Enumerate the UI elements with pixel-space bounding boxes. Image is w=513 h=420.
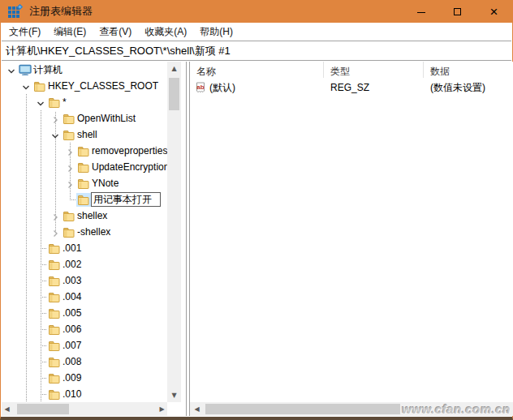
minimize-button[interactable] [403,0,439,23]
menu-item-0[interactable]: 文件(F) [8,24,41,41]
tree-item-label: .005 [63,305,81,321]
column-header-data[interactable]: 数据 [424,62,513,78]
scroll-up-arrow-icon[interactable]: ▲ [167,62,181,75]
chevron-right-icon[interactable] [65,146,75,156]
folder-icon [47,371,62,385]
folder-icon [47,339,62,353]
tree-item-YNote[interactable]: YNote [2,175,167,191]
tree-item-.004[interactable]: .004 [2,289,167,305]
folder-icon [47,242,62,255]
window-title: 注册表编辑器 [29,4,93,19]
values-pane: 名称 类型 数据 ab(默认)REG_SZ(数值未设置) ◀ ▶ www.cfa… [189,62,513,416]
tree-vertical-scrollbar[interactable]: ▲ ▼ [167,62,181,402]
tree-item-UpdateEncryption[interactable]: UpdateEncryption [2,159,167,175]
tree-item-label: .007 [63,337,81,354]
scrollbar-thumb[interactable] [17,404,69,414]
svg-text:ab: ab [196,84,204,91]
tree-item-HKEY_CLASSES_ROOT[interactable]: HKEY_CLASSES_ROOT [2,78,167,94]
tree-guide-stub [70,199,76,200]
menu-item-1[interactable]: 编辑(E) [53,24,87,41]
tree-item-.003[interactable]: .003 [2,272,167,289]
folder-icon [47,96,62,109]
chevron-down-icon[interactable] [50,130,60,139]
folder-icon [76,177,91,191]
tree-item-.001[interactable]: .001 [2,240,167,256]
tree-item-.010[interactable]: .010 [2,386,167,402]
tree-guide-stub [41,313,47,314]
tree-item-OpenWithList[interactable]: OpenWithList [2,110,167,126]
title-bar: 注册表编辑器 × [1,0,512,23]
scroll-down-arrow-icon[interactable]: ▼ [167,388,181,402]
maximize-icon [454,8,461,15]
scroll-left-arrow-icon[interactable]: ◀ [0,402,14,416]
tree-item-removeproperties[interactable]: removeproperties [2,143,167,159]
tree-item-计算机[interactable]: 计算机 [2,62,167,78]
chevron-right-icon[interactable] [50,114,60,123]
tree-guide-stub [41,394,47,395]
tree-item-.002[interactable]: .002 [2,256,167,272]
menu-item-3[interactable]: 收藏夹(A) [144,24,188,41]
maximize-button[interactable] [439,0,476,23]
close-button[interactable]: × [476,0,512,23]
tree-guide-stub [41,345,47,346]
tree-item-label: 计算机 [33,62,63,78]
tree-item--shellex[interactable]: -shellex [2,224,167,240]
folder-icon [47,323,62,336]
tree-item-label: .008 [63,354,81,370]
menu-item-4[interactable]: 帮助(H) [199,24,234,41]
value-data: (数值未设置) [430,79,485,96]
tree-horizontal-scrollbar[interactable]: ◀ ▶ [2,402,167,416]
chevron-right-icon[interactable] [50,227,60,237]
string-value-icon: ab [195,82,206,96]
chevron-right-icon[interactable] [65,162,75,172]
tree-item-label: removeproperties [92,143,167,159]
value-row-(默认)[interactable]: ab(默认)REG_SZ(数值未设置) [190,79,513,96]
rename-input[interactable] [93,194,155,205]
folder-icon [47,355,62,369]
scrollbar-thumb[interactable] [205,404,400,414]
tree-item-*[interactable]: * [2,94,167,110]
chevron-down-icon[interactable] [6,65,16,75]
chevron-right-icon[interactable] [50,211,60,221]
scroll-left-arrow-icon[interactable]: ◀ [190,402,204,416]
tree-item-label: UpdateEncryption [92,159,167,175]
rename-edit-box[interactable] [91,192,161,207]
tree-item-.007[interactable]: .007 [2,337,167,354]
registry-editor-window: 注册表编辑器 × 文件(F)编辑(E)查看(V)收藏夹(A)帮助(H) 计算机\… [0,0,513,420]
folder-icon [76,161,91,174]
address-bar[interactable]: 计算机\HKEY_CLASSES_ROOT\*\shell\新项 #1 [2,41,511,61]
folder-icon [32,79,47,93]
tree-item-.009[interactable]: .009 [2,370,167,386]
tree-item-label: shell [77,126,97,143]
tree-item-shell[interactable]: shell [2,126,167,143]
tree-item-用记事本打开[interactable] [2,191,167,208]
tree-guide-stub [41,248,47,249]
tree-item-label: .001 [63,240,81,256]
registry-app-icon [8,5,22,19]
folder-icon [47,274,62,288]
minimize-icon [417,12,425,13]
tree-guide-stub [41,329,47,330]
tree-item-.008[interactable]: .008 [2,354,167,370]
chevron-right-icon[interactable] [65,178,75,188]
tree-item-.005[interactable]: .005 [2,305,167,321]
tree-item-shellex[interactable]: shellex [2,208,167,224]
menu-item-2[interactable]: 查看(V) [98,24,132,41]
column-header-type[interactable]: 类型 [324,62,424,78]
folder-icon [76,193,91,207]
folder-icon [47,258,62,272]
folder-icon [47,388,62,401]
sparkle-icon [17,3,23,9]
menu-bar: 文件(F)编辑(E)查看(V)收藏夹(A)帮助(H) [2,23,511,41]
folder-icon [62,209,76,223]
list-header: 名称 类型 数据 [190,62,513,79]
scrollbar-corner [167,402,186,416]
tree-item-label: .010 [63,386,81,402]
tree-item-label: .009 [63,370,81,386]
column-header-name[interactable]: 名称 [190,62,324,78]
chevron-down-icon[interactable] [21,81,31,91]
chevron-down-icon[interactable] [36,97,45,107]
scrollbar-thumb[interactable] [169,78,179,110]
folder-icon [47,290,62,304]
tree-item-.006[interactable]: .006 [2,321,167,337]
